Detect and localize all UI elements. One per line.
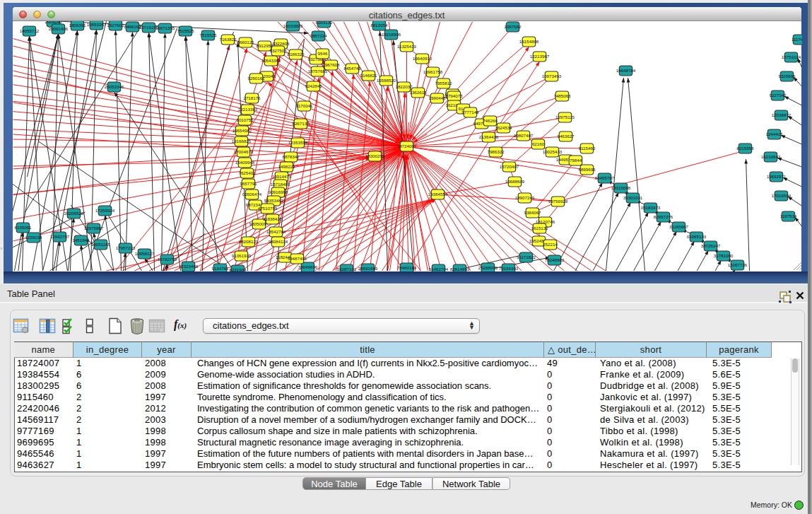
svg-text:1806391: 1806391: [69, 23, 86, 28]
svg-text:1822037: 1822037: [395, 84, 413, 89]
svg-text:13315098: 13315098: [611, 185, 630, 190]
svg-text:38726247: 38726247: [700, 243, 720, 248]
svg-text:16914479: 16914479: [271, 174, 291, 179]
svg-text:12213383: 12213383: [237, 107, 257, 112]
svg-text:17359924: 17359924: [95, 208, 114, 213]
svg-text:12323468: 12323468: [178, 264, 198, 269]
svg-text:54353462: 54353462: [264, 198, 283, 203]
svg-text:9384067: 9384067: [524, 210, 541, 215]
svg-text:1451944: 1451944: [72, 238, 90, 243]
svg-text:31165667: 31165667: [669, 224, 688, 229]
svg-text:17004678: 17004678: [233, 149, 253, 154]
svg-text:16033809: 16033809: [283, 23, 302, 28]
svg-text:22691669: 22691669: [358, 266, 377, 271]
svg-text:17016504: 17016504: [771, 193, 791, 198]
svg-text:10025433: 10025433: [542, 149, 562, 154]
svg-text:3624534: 3624534: [495, 125, 512, 130]
svg-text:8267130: 8267130: [292, 121, 310, 126]
svg-text:21364436: 21364436: [478, 134, 498, 139]
svg-text:25288095: 25288095: [478, 265, 498, 270]
svg-text:9290161: 9290161: [247, 76, 265, 81]
svg-text:78480184: 78480184: [396, 265, 416, 270]
svg-text:19218906: 19218906: [381, 32, 401, 37]
svg-text:1244415: 1244415: [765, 132, 783, 136]
svg-text:9170041: 9170041: [295, 103, 313, 108]
svg-text:20053346: 20053346: [104, 84, 124, 89]
svg-text:8454749: 8454749: [343, 66, 361, 71]
svg-text:19384554: 19384554: [428, 192, 447, 197]
svg-text:15718485: 15718485: [270, 182, 290, 187]
svg-text:1615132: 1615132: [531, 226, 548, 230]
svg-text:1010755: 1010755: [236, 117, 254, 122]
svg-text:62160: 62160: [531, 141, 544, 146]
svg-text:14055712: 14055712: [19, 28, 39, 33]
svg-text:10688609: 10688609: [505, 179, 524, 184]
svg-text:17957223: 17957223: [115, 245, 135, 250]
svg-text:2967608: 2967608: [322, 62, 340, 67]
svg-text:1362615: 1362615: [409, 90, 427, 95]
svg-text:13542784: 13542784: [266, 229, 286, 234]
svg-text:10543362: 10543362: [261, 58, 281, 63]
svg-text:7163822: 7163822: [219, 37, 237, 42]
svg-text:18907249: 18907249: [514, 195, 534, 200]
svg-text:1187534: 1187534: [779, 214, 796, 218]
svg-text:02606474: 02606474: [242, 192, 261, 197]
svg-text:8813054: 8813054: [370, 23, 388, 28]
svg-text:9134761: 9134761: [211, 266, 229, 271]
svg-text:79844: 79844: [569, 158, 582, 163]
svg-text:83465787: 83465787: [594, 175, 614, 180]
svg-text:16961758: 16961758: [423, 69, 442, 74]
svg-text:8135061: 8135061: [14, 225, 32, 230]
svg-text:6899695: 6899695: [578, 167, 596, 172]
svg-text:1498222: 1498222: [278, 164, 295, 169]
svg-text:10973493: 10973493: [541, 74, 561, 78]
svg-text:8215958: 8215958: [736, 146, 754, 151]
svg-text:11838425: 11838425: [262, 216, 282, 221]
svg-text:16648784: 16648784: [616, 68, 635, 73]
svg-text:39301031: 39301031: [623, 195, 642, 200]
svg-text:12975115: 12975115: [555, 115, 575, 119]
svg-text:9463627: 9463627: [557, 134, 575, 139]
svg-text:15692971: 15692971: [766, 174, 786, 179]
svg-text:8878342: 8878342: [282, 154, 300, 159]
svg-text:18300295: 18300295: [365, 153, 384, 158]
svg-text:51462704: 51462704: [428, 267, 448, 271]
svg-text:252214: 252214: [543, 242, 558, 247]
svg-text:8203130: 8203130: [315, 21, 333, 25]
svg-text:9146821: 9146821: [360, 73, 377, 78]
svg-text:2718176: 2718176: [243, 95, 261, 100]
svg-text:7857224: 7857224: [310, 33, 327, 38]
svg-text:7986322: 7986322: [487, 149, 505, 154]
svg-text:9115460: 9115460: [578, 146, 595, 151]
svg-text:31781080: 31781080: [713, 253, 733, 258]
svg-text:7625402: 7625402: [238, 170, 256, 175]
svg-text:53487401: 53487401: [287, 256, 307, 261]
svg-text:7515525: 7515525: [177, 28, 194, 33]
svg-text:1239154: 1239154: [25, 235, 42, 240]
svg-text:12038872: 12038872: [771, 112, 791, 117]
svg-text:70154303: 70154303: [498, 266, 518, 271]
svg-text:16782759: 16782759: [157, 257, 177, 262]
svg-text:47510799: 47510799: [257, 206, 277, 211]
svg-text:20206526: 20206526: [64, 211, 83, 216]
svg-text:7955812: 7955812: [435, 81, 452, 86]
svg-text:18724007: 18724007: [396, 144, 416, 148]
svg-text:91171822: 91171822: [516, 255, 536, 259]
svg-text:15588520: 15588520: [376, 78, 396, 83]
svg-text:38849696: 38849696: [298, 264, 317, 269]
svg-text:16154808: 16154808: [519, 39, 539, 44]
svg-text:9242845: 9242845: [305, 83, 322, 88]
svg-text:78248963: 78248963: [544, 257, 564, 262]
svg-text:7515525: 7515525: [199, 33, 217, 37]
svg-text:6794073: 6794073: [445, 93, 463, 98]
svg-text:91361939: 91361939: [231, 253, 251, 258]
svg-text:12353594: 12353594: [288, 140, 307, 145]
svg-text:746266: 746266: [483, 118, 498, 123]
svg-text:82997376: 82997376: [653, 214, 673, 219]
svg-text:8912954: 8912954: [256, 43, 273, 48]
svg-text:19756928: 19756928: [548, 199, 567, 204]
svg-text:88208121: 88208121: [238, 239, 258, 244]
svg-text:1990443: 1990443: [428, 95, 446, 100]
svg-text:98084124: 98084124: [268, 239, 288, 244]
svg-text:12975887: 12975887: [83, 226, 103, 230]
